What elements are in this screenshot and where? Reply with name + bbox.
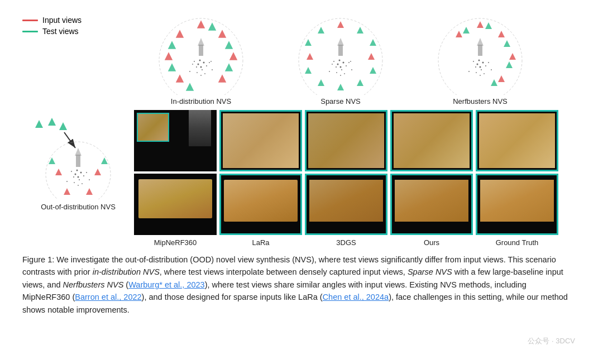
svg-point-96	[75, 174, 76, 175]
3dgs-label: 3DGS	[336, 238, 356, 247]
caption-text6: ), and those designed for sparse inputs …	[142, 293, 323, 301]
svg-point-2	[203, 62, 205, 64]
caption-italic3: Nerfbusters NVS	[63, 280, 124, 289]
svg-point-10	[197, 72, 198, 73]
svg-marker-80	[498, 31, 505, 37]
mipnerf360-top	[134, 110, 217, 171]
col-ours: Ours	[390, 110, 473, 247]
svg-point-68	[475, 66, 476, 68]
svg-point-47	[351, 69, 352, 70]
nvs-nerfbusters-label: Nerfbusters NVS	[453, 97, 508, 106]
svg-point-89	[438, 18, 522, 95]
svg-marker-52	[307, 53, 313, 60]
svg-point-64	[477, 64, 478, 65]
svg-rect-107	[76, 155, 80, 167]
svg-point-99	[79, 179, 80, 180]
svg-marker-59	[305, 67, 312, 74]
svg-point-14	[189, 71, 190, 72]
svg-point-39	[333, 61, 334, 62]
svg-marker-113	[86, 188, 93, 195]
svg-point-15	[212, 69, 213, 70]
svg-point-101	[83, 175, 84, 176]
svg-marker-112	[64, 188, 70, 195]
svg-point-42	[336, 72, 337, 73]
svg-marker-25	[209, 23, 216, 30]
svg-point-37	[336, 66, 337, 68]
svg-marker-79	[477, 21, 484, 28]
svg-rect-75	[478, 45, 482, 56]
svg-point-40	[348, 62, 350, 63]
ground-truth-top	[476, 110, 558, 171]
svg-marker-50	[337, 21, 344, 28]
nvs-in-dist-label: In-distribution NVS	[171, 97, 231, 106]
svg-marker-22	[176, 75, 183, 82]
svg-marker-83	[456, 31, 462, 37]
svg-line-93	[64, 132, 75, 148]
svg-marker-28	[186, 84, 193, 90]
svg-marker-76	[477, 38, 484, 46]
mipnerf360-bottom	[134, 174, 217, 235]
svg-point-104	[78, 185, 79, 186]
svg-point-105	[74, 182, 75, 183]
svg-point-102	[71, 171, 72, 172]
ours-bottom	[390, 174, 473, 235]
svg-point-109	[66, 181, 68, 182]
svg-point-97	[80, 172, 82, 174]
svg-marker-45	[337, 38, 344, 46]
svg-point-69	[485, 65, 486, 66]
svg-point-71	[488, 62, 489, 63]
caption-italic2: Sparse NVS	[408, 267, 452, 276]
svg-point-74	[484, 73, 485, 74]
svg-point-8	[209, 62, 210, 63]
svg-rect-12	[199, 45, 203, 56]
caption-figure-num: Figure 1:	[22, 255, 54, 264]
svg-marker-82	[498, 75, 505, 82]
svg-point-65	[482, 62, 484, 64]
ground-truth-label: Ground Truth	[496, 238, 539, 247]
svg-point-11	[204, 73, 205, 74]
svg-point-5	[196, 66, 197, 68]
image-grid: MipNeRF360 LaRa 3DGS	[134, 110, 581, 247]
legend-line-green	[22, 31, 38, 32]
svg-marker-29	[169, 64, 175, 71]
svg-point-98	[76, 170, 78, 171]
svg-marker-57	[337, 84, 344, 90]
svg-marker-58	[318, 79, 324, 86]
caption-cite1[interactable]: Warburg* et al., 2023	[128, 280, 204, 289]
ood-label: Out-of-distribution NVS	[41, 203, 116, 211]
svg-marker-92	[59, 122, 67, 130]
svg-point-70	[473, 61, 474, 62]
svg-marker-56	[357, 79, 363, 86]
ood-section: Out-of-distribution NVS	[22, 110, 134, 211]
lara-bottom	[219, 174, 302, 235]
svg-point-72	[480, 75, 481, 76]
ood-svg	[25, 110, 131, 199]
svg-marker-111	[55, 169, 62, 175]
svg-marker-91	[48, 118, 56, 126]
svg-point-33	[337, 64, 339, 65]
svg-point-103	[86, 172, 87, 173]
svg-point-31	[159, 18, 243, 95]
caption-cite3[interactable]: Chen et al., 2024a	[323, 293, 389, 301]
svg-point-43	[344, 73, 345, 74]
svg-marker-54	[370, 39, 376, 46]
col-ground-truth: Ground Truth	[476, 110, 558, 247]
in-dist-svg	[134, 11, 268, 95]
svg-point-48	[332, 64, 333, 65]
nvs-nerfbusters: Nerfbusters NVS	[413, 11, 547, 106]
lara-top	[219, 110, 302, 171]
svg-point-78	[491, 69, 492, 70]
svg-marker-21	[219, 75, 226, 82]
watermark: 公众号 · 3DCV	[528, 336, 575, 346]
svg-marker-60	[305, 39, 312, 46]
nvs-diagrams: In-distribution NVS	[134, 11, 581, 106]
legend-input-views: Input views	[22, 16, 82, 25]
svg-point-66	[478, 60, 480, 61]
svg-marker-87	[491, 79, 497, 86]
3dgs-bottom	[305, 174, 387, 235]
svg-marker-26	[226, 42, 232, 49]
nvs-sparse: Sparse NVS	[274, 11, 408, 106]
svg-point-77	[468, 71, 470, 72]
caption-cite2[interactable]: Barron et al., 2022	[75, 293, 141, 301]
legend-line-red	[22, 20, 38, 21]
